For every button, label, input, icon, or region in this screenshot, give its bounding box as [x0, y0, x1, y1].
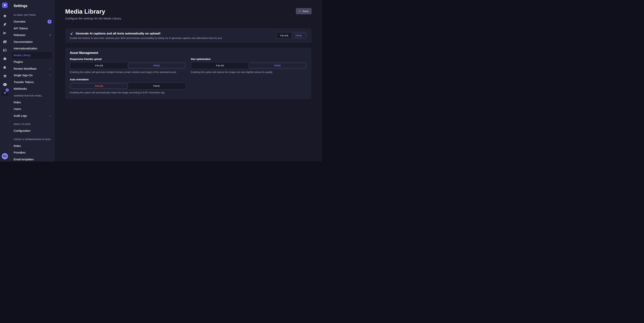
section-label-users-permissions-plugin: USERS & PERMISSIONS PLUGIN — [14, 138, 54, 141]
asset-management-card: Asset Management Responsive friendly upl… — [65, 48, 312, 99]
main-content: Media Library Configure the settings for… — [54, 0, 322, 162]
auto-orientation-toggle-true[interactable]: TRUE — [128, 83, 185, 89]
sidebar-item-webhooks[interactable]: Webhooks — [10, 86, 54, 92]
lightning-icon — [49, 67, 52, 70]
save-button-label: Save — [302, 10, 308, 13]
field-hint: Enabling this option will automatically … — [70, 91, 186, 94]
sidebar-title: Settings — [14, 4, 28, 8]
global-settings-list: Overview 1 API Tokens Releases Documenta… — [10, 18, 54, 92]
size-optimization-field: Size optimization FALSE TRUE Enabling th… — [191, 58, 307, 74]
sidebar-item-configuration[interactable]: Configuration — [10, 128, 54, 134]
sidebar-item-documentation[interactable]: Documentation — [10, 38, 54, 45]
section-label-administration-panel: ADMINISTRATION PANEL — [14, 94, 54, 97]
sidebar-item-transfer-tokens[interactable]: Transfer Tokens — [10, 79, 54, 86]
strapi-logo-icon — [3, 4, 6, 7]
responsive-toggle-false[interactable]: FALSE — [71, 63, 128, 68]
users-permissions-list: Roles Providers Email templates — [10, 143, 54, 162]
settings-notification-badge: 1 — [5, 88, 9, 92]
plugins-puzzle-icon[interactable] — [2, 56, 7, 61]
strapi-logo[interactable] — [2, 2, 8, 8]
size-optimization-toggle: FALSE TRUE — [191, 62, 307, 69]
lightning-icon — [49, 34, 52, 36]
marketplace-puzzle-icon[interactable] — [2, 65, 7, 70]
responsive-toggle-true[interactable]: TRUE — [128, 63, 185, 68]
sparkle-icon — [70, 32, 74, 36]
banner-title: Generate AI captions and alt texts autom… — [76, 32, 160, 35]
field-label: Size optimization — [191, 58, 307, 60]
home-icon[interactable] — [2, 14, 7, 18]
lightning-icon — [49, 114, 52, 117]
sidebar-item-email-templates[interactable]: Email templates — [10, 156, 54, 162]
responsive-friendly-upload-toggle: FALSE TRUE — [70, 62, 186, 69]
asset-fields-grid: Responsive friendly upload FALSE TRUE En… — [70, 58, 307, 94]
ai-captions-toggle: FALSE TRUE — [276, 32, 307, 39]
section-label-global-settings: GLOBAL SETTINGS — [14, 14, 54, 16]
size-optimization-toggle-false[interactable]: FALSE — [192, 63, 249, 68]
banner-texts: Generate AI captions and alt texts autom… — [65, 32, 222, 40]
ai-captions-banner: Generate AI captions and alt texts autom… — [65, 28, 312, 43]
information-glyph: i — [3, 83, 7, 86]
ai-captions-toggle-false[interactable]: FALSE — [277, 33, 292, 38]
sidebar-header: Settings — [10, 0, 54, 11]
lightning-icon — [49, 74, 52, 77]
ai-captions-toggle-true[interactable]: TRUE — [292, 33, 306, 38]
rail-divider — [0, 150, 10, 150]
information-icon[interactable]: i — [2, 82, 7, 87]
sidebar-item-releases[interactable]: Releases — [10, 32, 54, 38]
settings-sidebar: Settings GLOBAL SETTINGS Overview 1 API … — [10, 0, 54, 162]
banner-description: Enable this feature to save time, optimi… — [70, 37, 222, 40]
responsive-friendly-upload-field: Responsive friendly upload FALSE TRUE En… — [70, 58, 186, 74]
strapi-settings-app: i 1 RD Settings GLOBAL SETTINGS Overview… — [0, 0, 322, 162]
section-label-email-plugin: EMAIL PLUGIN — [14, 123, 54, 126]
field-label: Responsive friendly upload — [70, 58, 186, 60]
content-manager-icon[interactable] — [2, 48, 7, 52]
content-type-builder-icon[interactable] — [2, 22, 7, 27]
auto-orientation-toggle: FALSE TRUE — [70, 82, 186, 90]
asset-management-heading: Asset Management — [70, 51, 307, 55]
field-hint: Enabling this option will generate multi… — [70, 71, 186, 74]
administration-panel-list: Roles Users Audit Logs — [10, 99, 54, 119]
save-button[interactable]: ✓ Save — [296, 8, 312, 14]
auto-orientation-field: Auto orientation FALSE TRUE Enabling thi… — [70, 78, 186, 94]
purchase-cart-icon[interactable] — [2, 74, 7, 78]
sidebar-item-plugins[interactable]: Plugins — [10, 58, 54, 66]
sidebar-item-single-sign-on[interactable]: Single Sign-On — [10, 72, 54, 79]
auto-orientation-toggle-false[interactable]: FALSE — [71, 83, 128, 89]
email-plugin-list: Configuration — [10, 128, 54, 134]
check-icon: ✓ — [299, 10, 301, 13]
sidebar-item-api-tokens[interactable]: API Tokens — [10, 25, 54, 32]
sidebar-item-internationalization[interactable]: Internationalization — [10, 45, 54, 52]
user-avatar[interactable]: RD — [2, 153, 8, 159]
page-title: Media Library — [65, 0, 312, 15]
sidebar-item-up-roles[interactable]: Roles — [10, 143, 54, 150]
page-subtitle: Configure the settings for the Media Lib… — [65, 17, 312, 20]
field-hint: Enabling this option will reduce the ima… — [191, 71, 307, 74]
size-optimization-toggle-true[interactable]: TRUE — [249, 63, 306, 68]
sidebar-item-media-library[interactable]: Media Library — [12, 52, 52, 59]
sidebar-item-review-workflows[interactable]: Review Workflows — [10, 66, 54, 72]
empty-grid-cell — [191, 78, 307, 94]
media-library-icon[interactable] — [2, 39, 7, 44]
sidebar-item-providers[interactable]: Providers — [10, 149, 54, 156]
icon-rail: i 1 RD — [0, 0, 10, 162]
sidebar-item-users[interactable]: Users — [10, 106, 54, 112]
sidebar-item-audit-logs[interactable]: Audit Logs — [10, 112, 54, 119]
field-label: Auto orientation — [70, 78, 186, 81]
overview-badge: 1 — [48, 20, 52, 24]
releases-plane-icon[interactable] — [2, 31, 7, 36]
sidebar-item-admin-roles[interactable]: Roles — [10, 99, 54, 106]
sidebar-item-overview[interactable]: Overview 1 — [10, 18, 54, 25]
